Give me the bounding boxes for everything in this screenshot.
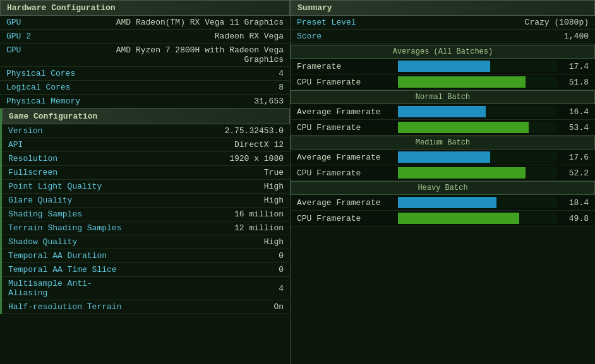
bar-fill	[398, 61, 490, 72]
hw-label: GPU 2	[0, 30, 87, 44]
bar-label: Average Framerate	[297, 198, 398, 208]
bar-row: Average Framerate 18.4	[291, 195, 595, 211]
game-config-label: Version	[2, 124, 128, 138]
summary-table: Preset LevelCrazy (1080p)Score1,400	[291, 16, 595, 44]
hw-row: Logical Cores8	[0, 81, 290, 95]
hw-label: CPU	[0, 44, 87, 67]
bar-value: 17.6	[563, 153, 589, 162]
bar-fill	[398, 151, 490, 163]
hw-value: Radeon RX Vega	[87, 30, 290, 44]
bar-container	[398, 213, 557, 224]
batch-header: Normal Batch	[291, 90, 595, 104]
hw-table: GPUAMD Radeon(TM) RX Vega 11 GraphicsGPU…	[0, 16, 290, 109]
hw-row: Physical Memory31,653	[0, 95, 290, 109]
bar-label: CPU Framerate	[297, 78, 398, 87]
bar-container	[398, 167, 557, 179]
summary-label: Score	[291, 30, 438, 44]
game-config-row: Multisample Anti-Aliasing4	[2, 277, 290, 300]
game-config-header: Game Configuration	[2, 109, 290, 124]
game-config-value: 2.75.32453.0	[128, 124, 290, 138]
game-config-row: Glare QualityHigh	[2, 194, 290, 208]
bar-value: 51.8	[563, 78, 589, 87]
summary-row: Score1,400	[291, 30, 595, 44]
game-config-label: Shading Samples	[2, 208, 128, 221]
hw-row: Physical Cores4	[0, 67, 290, 81]
averages-container: Framerate 17.4 CPU Framerate 51.8	[291, 59, 595, 90]
bar-fill	[398, 76, 526, 88]
game-config-value: 1920 x 1080	[128, 152, 290, 166]
bar-label: Average Framerate	[297, 107, 398, 117]
game-config-label: Terrain Shading Samples	[2, 221, 128, 235]
bar-row: Average Framerate 16.4	[291, 104, 595, 120]
game-config-row: Temporal AA Time Slice0	[2, 263, 290, 277]
game-config-row: FullscreenTrue	[2, 166, 290, 180]
batch-header: Medium Batch	[291, 136, 595, 150]
bar-row: Framerate 17.4	[291, 59, 595, 74]
bar-container	[398, 106, 557, 117]
summary-row: Preset LevelCrazy (1080p)	[291, 16, 595, 30]
bar-fill	[398, 167, 526, 179]
hw-value: 4	[87, 67, 290, 81]
game-config-value: 16 million	[128, 208, 290, 221]
bar-row: CPU Framerate 49.8	[291, 211, 595, 226]
game-config-label: Point Light Quality	[2, 180, 128, 194]
bar-label: CPU Framerate	[297, 123, 398, 132]
bar-value: 18.4	[563, 198, 589, 208]
bar-value: 16.4	[563, 107, 589, 117]
averages-header: Averages (All Batches)	[291, 45, 595, 59]
bar-container	[398, 61, 557, 72]
summary-value: 1,400	[438, 30, 595, 44]
hw-row: GPU 2Radeon RX Vega	[0, 30, 290, 44]
bar-fill	[398, 213, 519, 224]
bar-row: CPU Framerate 51.8	[291, 74, 595, 90]
hw-value: 8	[87, 81, 290, 95]
hw-label: Physical Cores	[0, 67, 87, 81]
game-config-value: High	[128, 194, 290, 208]
hw-label: GPU	[0, 16, 87, 30]
bar-label: CPU Framerate	[297, 168, 398, 178]
game-config-row: Temporal AA Duration0	[2, 249, 290, 263]
hw-label: Logical Cores	[0, 81, 87, 95]
game-config-row: Half-resolution TerrainOn	[2, 300, 290, 314]
game-config-row: Resolution1920 x 1080	[2, 152, 290, 166]
bar-value: 49.8	[563, 214, 589, 223]
game-config-label: Fullscreen	[2, 166, 128, 180]
hw-value: AMD Radeon(TM) RX Vega 11 Graphics	[87, 16, 290, 30]
game-config-table: Version2.75.32453.0APIDirectX 12Resoluti…	[2, 124, 290, 314]
bar-row: Average Framerate 17.6	[291, 150, 595, 165]
game-config-label: API	[2, 138, 128, 152]
bar-value: 52.2	[563, 168, 589, 178]
bar-fill	[398, 122, 529, 133]
game-config-label: Resolution	[2, 152, 128, 166]
game-config-label: Temporal AA Time Slice	[2, 263, 128, 277]
game-config-label: Shadow Quality	[2, 235, 128, 249]
bar-label: Framerate	[297, 62, 398, 71]
hw-value: 31,653	[87, 95, 290, 109]
game-config-row: Point Light QualityHigh	[2, 180, 290, 194]
bar-container	[398, 122, 557, 133]
bar-value: 53.4	[563, 123, 589, 132]
bar-fill	[398, 106, 486, 117]
bar-container	[398, 76, 557, 88]
hw-row: CPUAMD Ryzen 7 2800H with Radeon Vega Gr…	[0, 44, 290, 67]
hw-label: Physical Memory	[0, 95, 87, 109]
bar-container	[398, 197, 557, 208]
batches-container: Normal Batch Average Framerate 16.4 CPU …	[291, 90, 595, 226]
game-config-row: Shading Samples16 million	[2, 208, 290, 221]
summary-label: Preset Level	[291, 16, 438, 30]
game-config-value: High	[128, 180, 290, 194]
bar-row: CPU Framerate 53.4	[291, 120, 595, 136]
game-config-value: On	[128, 300, 290, 314]
hw-config-header: Hardware Configuration	[0, 0, 290, 16]
left-panel: Hardware Configuration GPUAMD Radeon(TM)…	[0, 0, 291, 364]
game-config-label: Temporal AA Duration	[2, 249, 128, 263]
bar-fill	[398, 197, 496, 208]
game-config-value: 0	[128, 249, 290, 263]
summary-value: Crazy (1080p)	[438, 16, 595, 30]
hw-value: AMD Ryzen 7 2800H with Radeon Vega Graph…	[87, 44, 290, 67]
hw-row: GPUAMD Radeon(TM) RX Vega 11 Graphics	[0, 16, 290, 30]
game-config-row: Shadow QualityHigh	[2, 235, 290, 249]
game-config-value: High	[128, 235, 290, 249]
game-config-value: DirectX 12	[128, 138, 290, 152]
right-panel: Summary Preset LevelCrazy (1080p)Score1,…	[291, 0, 595, 364]
